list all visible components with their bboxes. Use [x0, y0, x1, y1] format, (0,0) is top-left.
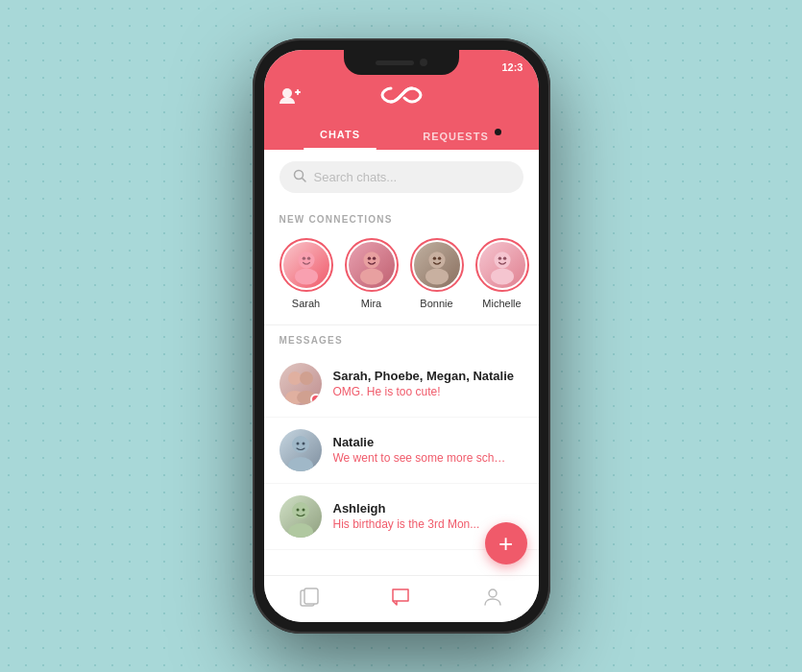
cards-icon — [298, 586, 321, 614]
svg-point-0 — [282, 88, 292, 98]
svg-point-14 — [425, 268, 449, 284]
svg-point-29 — [292, 502, 309, 519]
fab-icon: + — [498, 531, 513, 556]
header-top — [279, 84, 523, 111]
connections-row: Sarah — [264, 230, 539, 325]
svg-point-10 — [360, 268, 383, 284]
app-header: CHATS REQUESTS — [264, 77, 539, 150]
svg-point-15 — [432, 256, 435, 259]
content-area: Search chats... NEW CONNECTIONS — [264, 150, 539, 575]
connection-name-mira: Mira — [361, 298, 381, 309]
svg-point-35 — [489, 589, 497, 597]
connection-name-michelle: Michelle — [482, 298, 521, 309]
msg-dot-1 — [310, 394, 322, 405]
search-icon — [293, 169, 306, 185]
phone-outer: 12:3 — [253, 38, 550, 634]
svg-point-25 — [292, 436, 309, 453]
new-connections-label: NEW CONNECTIONS — [264, 204, 539, 230]
svg-point-19 — [498, 256, 500, 259]
msg-preview-1: OMG. He is too cute! — [333, 385, 506, 398]
svg-point-22 — [300, 372, 313, 385]
status-time: 12:3 — [501, 61, 523, 73]
svg-point-21 — [288, 372, 302, 385]
notch — [344, 50, 459, 75]
search-container: Search chats... — [264, 150, 539, 204]
bottom-nav — [264, 575, 539, 622]
connection-name-sarah: Sarah — [292, 298, 320, 309]
messages-label: MESSAGES — [264, 325, 539, 351]
svg-point-12 — [372, 256, 375, 259]
connection-michelle[interactable]: Michelle — [475, 238, 529, 309]
fab-button[interactable]: + — [485, 522, 527, 564]
msg-content-2: Natalie We went to see some more schools… — [333, 435, 523, 465]
nav-cards[interactable] — [264, 586, 355, 614]
svg-point-6 — [295, 268, 318, 284]
svg-point-26 — [288, 457, 313, 471]
msg-avatar-2 — [279, 429, 322, 471]
svg-point-5 — [298, 252, 314, 268]
messages-section: MESSAGES Sarah, Phoebe, Megan, Natali — [264, 325, 539, 550]
connection-mira[interactable]: Mira — [345, 238, 399, 309]
app-logo — [380, 84, 423, 111]
svg-point-31 — [296, 508, 299, 511]
svg-point-7 — [302, 256, 304, 259]
msg-avatar-3 — [279, 495, 322, 538]
msg-name-2: Natalie — [333, 435, 523, 449]
notch-speaker — [376, 60, 414, 65]
svg-rect-34 — [304, 588, 318, 604]
svg-point-27 — [296, 442, 299, 444]
svg-point-20 — [502, 256, 505, 259]
svg-point-9 — [363, 252, 379, 268]
msg-preview-2: We went to see some more schools today — [333, 451, 506, 465]
search-placeholder: Search chats... — [314, 170, 398, 184]
msg-avatar-1 — [279, 363, 322, 405]
msg-name-3: Ashleigh — [333, 501, 523, 516]
tab-bar: CHATS REQUESTS — [279, 121, 523, 150]
svg-point-18 — [491, 268, 514, 284]
requests-badge — [495, 129, 501, 135]
profile-icon — [481, 586, 504, 614]
connection-name-bonnie: Bonnie — [420, 298, 452, 309]
tab-chats[interactable]: CHATS — [279, 121, 401, 150]
notch-camera — [420, 59, 427, 66]
svg-point-17 — [494, 252, 510, 268]
svg-point-11 — [367, 256, 370, 259]
connection-sarah[interactable]: Sarah — [279, 238, 333, 309]
svg-point-30 — [288, 523, 313, 538]
svg-point-8 — [306, 256, 309, 259]
msg-content-1: Sarah, Phoebe, Megan, Natalie OMG. He is… — [333, 369, 523, 398]
search-box[interactable]: Search chats... — [279, 161, 523, 193]
svg-point-32 — [302, 508, 304, 511]
new-connections-section: NEW CONNECTIONS — [264, 204, 539, 325]
connection-bonnie[interactable]: Bonnie — [410, 238, 464, 309]
chats-icon — [389, 586, 412, 614]
nav-chats[interactable] — [355, 586, 447, 614]
msg-preview-3: His birthday is the 3rd Mon... — [333, 517, 506, 531]
nav-profile[interactable] — [447, 586, 538, 614]
message-item-2[interactable]: Natalie We went to see some more schools… — [264, 418, 539, 484]
tab-requests[interactable]: REQUESTS — [401, 121, 523, 150]
svg-point-28 — [302, 442, 304, 444]
svg-point-16 — [437, 256, 440, 259]
msg-name-1: Sarah, Phoebe, Megan, Natalie — [333, 369, 523, 383]
add-contact-icon[interactable] — [279, 87, 301, 109]
message-item-1[interactable]: Sarah, Phoebe, Megan, Natalie OMG. He is… — [264, 351, 539, 418]
svg-point-13 — [428, 252, 445, 268]
svg-line-4 — [302, 178, 305, 181]
